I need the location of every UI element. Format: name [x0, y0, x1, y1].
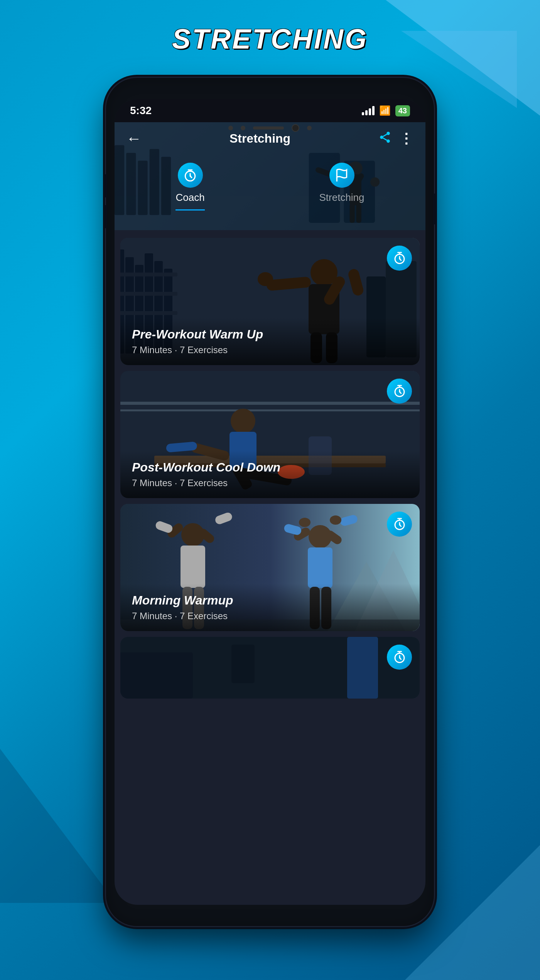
card-1-title: Pre-Workout Warm Up: [132, 327, 408, 342]
svg-rect-30: [120, 273, 177, 276]
svg-rect-63: [181, 546, 205, 588]
sensor-dot-3: [307, 126, 312, 130]
svg-point-76: [299, 518, 310, 527]
card-2-title: Post-Workout Cool Down: [132, 460, 408, 475]
header-image-area: ← Stretching ⋮: [115, 122, 425, 230]
svg-line-20: [383, 134, 387, 136]
tabs-section: Coach Stretching: [115, 155, 425, 210]
card-3-content: Morning Warmup 7 Minutes · 7 Exercises: [120, 584, 420, 631]
timer-badge-2: [387, 379, 412, 404]
card-1-subtitle: 7 Minutes · 7 Exercises: [132, 345, 408, 355]
card-1-content: Pre-Workout Warm Up 7 Minutes · 7 Exerci…: [120, 318, 420, 365]
svg-point-36: [258, 272, 273, 286]
tab-stretching[interactable]: Stretching: [319, 163, 364, 210]
status-icons: 📶 43: [362, 105, 410, 116]
volume-down-button: [104, 205, 107, 228]
timer-badge-4: [387, 645, 412, 670]
workout-card-pre-workout[interactable]: Pre-Workout Warm Up 7 Minutes · 7 Exerci…: [120, 238, 420, 365]
coach-tab-label: Coach: [176, 192, 204, 204]
svg-line-19: [383, 138, 387, 140]
card-3-title: Morning Warmup: [132, 593, 408, 608]
card-2-subtitle: 7 Minutes · 7 Exercises: [132, 478, 408, 488]
back-button[interactable]: ←: [126, 130, 142, 147]
tab-coach[interactable]: Coach: [176, 163, 204, 210]
workout-list: Pre-Workout Warm Up 7 Minutes · 7 Exerci…: [115, 230, 425, 706]
sensor-dot-2: [241, 126, 245, 130]
svg-rect-84: [120, 652, 193, 699]
status-time: 5:32: [130, 104, 152, 117]
volume-up-button: [104, 174, 107, 197]
svg-point-77: [330, 515, 341, 525]
svg-rect-32: [120, 311, 177, 315]
header-title: Stretching: [230, 131, 290, 146]
phone-screen: 5:32 📶 43: [115, 99, 425, 905]
battery-indicator: 43: [395, 105, 410, 116]
svg-point-16: [386, 131, 390, 135]
timer-badge-3: [387, 512, 412, 537]
coach-tab-icon: [178, 163, 203, 188]
workout-card-morning[interactable]: Morning Warmup 7 Minutes · 7 Exercises: [120, 504, 420, 631]
more-menu-button[interactable]: ⋮: [399, 131, 414, 147]
phone-frame-wrapper: 5:32 📶 43: [106, 78, 434, 926]
wifi-icon: 📶: [379, 105, 391, 116]
workout-card-post-workout[interactable]: Post-Workout Cool Down 7 Minutes · 7 Exe…: [120, 371, 420, 498]
card-4-background: [120, 637, 420, 699]
front-camera: [292, 124, 299, 132]
workout-card-4[interactable]: [120, 637, 420, 699]
status-bar: 5:32 📶 43: [115, 99, 425, 122]
svg-point-17: [380, 135, 383, 139]
svg-point-18: [386, 139, 390, 143]
stretching-tab-icon: [329, 163, 354, 188]
svg-rect-82: [347, 637, 378, 699]
header-actions: ⋮: [378, 131, 414, 147]
svg-rect-71: [308, 547, 332, 588]
svg-rect-31: [120, 292, 177, 296]
share-icon[interactable]: [378, 131, 392, 147]
svg-rect-47: [120, 402, 420, 405]
signal-icon: [362, 106, 375, 115]
card-3-subtitle: 7 Minutes · 7 Exercises: [132, 611, 408, 621]
timer-badge-1: [387, 246, 412, 271]
svg-rect-48: [120, 409, 420, 411]
speaker-grille: [253, 126, 284, 130]
card-2-content: Post-Workout Cool Down 7 Minutes · 7 Exe…: [120, 451, 420, 498]
bg-decoration-3: [0, 749, 116, 903]
svg-point-49: [231, 409, 255, 433]
sensor-dot-1: [228, 126, 233, 130]
svg-rect-83: [231, 645, 255, 683]
page-title: STRETCHING: [172, 23, 368, 55]
phone-sensors: [228, 124, 312, 132]
power-button: [433, 194, 436, 224]
stretching-tab-label: Stretching: [319, 192, 364, 204]
